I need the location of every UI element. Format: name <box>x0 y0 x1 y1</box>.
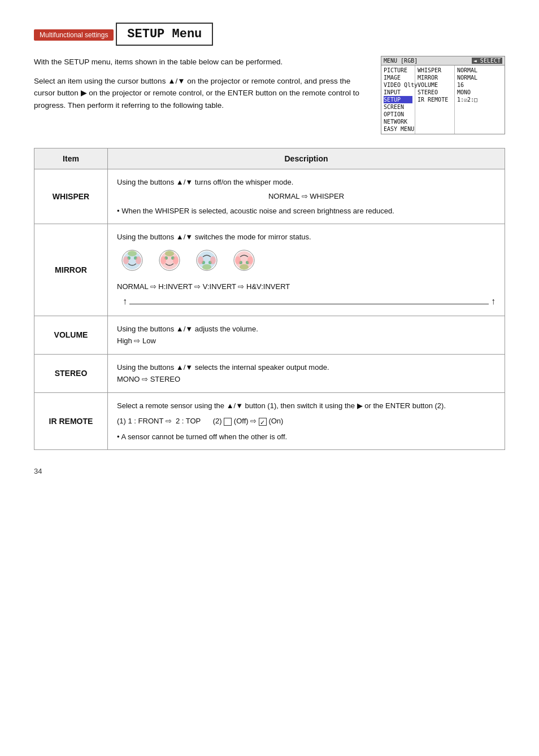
page-title: SETUP Menu <box>127 27 202 41</box>
intro-text: With the SETUP menu, items shown in the … <box>34 56 370 111</box>
face-hv-invert-icon <box>229 248 259 273</box>
checkbox-off <box>224 418 232 426</box>
svg-point-5 <box>136 256 141 264</box>
osd-row: MIRROR <box>418 74 452 81</box>
item-mirror: MIRROR <box>34 224 108 316</box>
osd-row <box>418 103 452 111</box>
checkbox-on <box>259 418 267 426</box>
col-header-item: Item <box>34 148 108 169</box>
ir-remote-line3: • A sensor cannot be turned off when the… <box>117 431 495 443</box>
osd-col1: PICTURE IMAGE VIDEO Qlty. INPUT SETUP SC… <box>381 65 415 134</box>
osd-row: STEREO <box>418 89 452 96</box>
svg-point-4 <box>123 256 129 264</box>
mirror-desc-line2: NORMAL ⇨ H:INVERT ⇨ V:INVERT ⇨ H&V:INVER… <box>117 281 495 292</box>
arrow-up-left: ↑ <box>123 294 127 309</box>
mirror-desc-line1: Using the buttons ▲/▼ switches the mode … <box>117 231 495 243</box>
intro-section: With the SETUP menu, items shown in the … <box>34 56 505 134</box>
osd-row <box>418 111 452 118</box>
osd-row <box>457 125 502 133</box>
mirror-img-h-invert <box>154 248 185 276</box>
osd-row: VOLUME <box>418 81 452 89</box>
osd-col2: WHISPER MIRROR VOLUME STEREO IR REMOTE <box>415 65 455 134</box>
osd-row <box>457 103 502 111</box>
ir-remote-line2: (1) 1 : FRONT ⇨ 2 : TOP (2) (Off) ⇨ (On) <box>117 415 495 427</box>
arrow-up-right: ↑ <box>491 294 495 309</box>
item-stereo: STEREO <box>34 354 108 392</box>
mirror-img-normal <box>117 248 147 276</box>
mirror-arrows: ↑ ↑ <box>117 294 495 309</box>
osd-screenshot: MENU [RGB] ◄ SELECT PICTURE IMAGE VIDEO … <box>381 56 505 134</box>
table-row: MIRROR Using the buttons ▲/▼ switches th… <box>34 224 505 316</box>
whisper-desc-line1: Using the buttons ▲/▼ turns off/on the w… <box>117 176 495 188</box>
table-row: STEREO Using the buttons ▲/▼ selects the… <box>34 354 505 392</box>
main-table: Item Description WHISPER Using the butto… <box>34 148 505 450</box>
osd-row: PICTURE <box>384 67 412 74</box>
page-title-box: SETUP Menu <box>116 23 213 46</box>
intro-para1: With the SETUP menu, items shown in the … <box>34 56 370 68</box>
svg-point-13 <box>165 251 174 256</box>
osd-row-active: SETUP <box>384 96 412 103</box>
osd-row <box>457 118 502 125</box>
whisper-desc-line2: NORMAL ⇨ WHISPER <box>117 190 495 202</box>
whisper-desc-line3: • When the WHISPER is selected, acoustic… <box>117 205 495 217</box>
osd-row: VIDEO Qlty. <box>384 81 412 89</box>
svg-point-6 <box>128 251 137 256</box>
section-banner: Multifunctional settings <box>34 29 114 41</box>
desc-volume: Using the buttons ▲/▼ adjusts the volume… <box>108 316 505 355</box>
osd-row: NORMAL <box>457 67 502 74</box>
face-h-invert-icon <box>154 248 185 273</box>
table-row: IR REMOTE Select a remote sensor using t… <box>34 392 505 449</box>
desc-whisper: Using the buttons ▲/▼ turns off/on the w… <box>108 169 505 224</box>
volume-desc-line1: Using the buttons ▲/▼ adjusts the volume… <box>117 323 495 335</box>
osd-row: 1:☑2:□ <box>457 96 502 103</box>
osd-header: MENU [RGB] ◄ SELECT <box>381 56 505 65</box>
osd-row: IMAGE <box>384 74 412 81</box>
osd-row: OPTION <box>384 111 412 118</box>
table-row: VOLUME Using the buttons ▲/▼ adjusts the… <box>34 316 505 355</box>
osd-body: PICTURE IMAGE VIDEO Qlty. INPUT SETUP SC… <box>381 65 505 134</box>
desc-stereo: Using the buttons ▲/▼ selects the intern… <box>108 354 505 392</box>
osd-row <box>457 111 502 118</box>
osd-row: NETWORK <box>384 118 412 125</box>
face-normal-icon <box>117 248 147 273</box>
item-volume: VOLUME <box>34 316 108 355</box>
desc-mirror: Using the buttons ▲/▼ switches the mode … <box>108 224 505 316</box>
osd-row <box>418 125 452 133</box>
item-whisper: WHISPER <box>34 169 108 224</box>
desc-ir-remote: Select a remote sensor using the ▲/▼ but… <box>108 392 505 449</box>
item-ir-remote: IR REMOTE <box>34 392 108 449</box>
osd-row: 16 <box>457 81 502 89</box>
stereo-desc-line1: Using the buttons ▲/▼ selects the intern… <box>117 361 495 373</box>
face-v-invert-icon <box>192 248 222 273</box>
mirror-img-hv-invert <box>229 248 259 276</box>
osd-col3: NORMAL NORMAL 16 MONO 1:☑2:□ <box>455 65 505 134</box>
osd-row <box>418 118 452 125</box>
osd-row: EASY MENU <box>384 125 412 133</box>
ir-remote-line1: Select a remote sensor using the ▲/▼ but… <box>117 400 495 412</box>
volume-desc-line2: High ⇨ Low <box>117 335 495 347</box>
stereo-desc-line2: MONO ⇨ STEREO <box>117 373 495 385</box>
osd-row: NORMAL <box>457 74 502 81</box>
page-number: 34 <box>34 467 505 475</box>
table-row: WHISPER Using the buttons ▲/▼ turns off/… <box>34 169 505 224</box>
osd-row: MONO <box>457 89 502 96</box>
osd-title: MENU [RGB] <box>384 58 418 64</box>
osd-row: SCREEN <box>384 103 412 111</box>
col-header-desc: Description <box>108 148 505 169</box>
osd-row: IR REMOTE <box>418 96 452 103</box>
osd-row: INPUT <box>384 89 412 96</box>
osd-select-label: ◄ SELECT <box>472 58 502 64</box>
intro-para2: Select an item using the cursor buttons … <box>34 75 370 112</box>
mirror-img-v-invert <box>192 248 222 276</box>
osd-row: WHISPER <box>418 67 452 74</box>
mirror-images <box>117 248 495 276</box>
